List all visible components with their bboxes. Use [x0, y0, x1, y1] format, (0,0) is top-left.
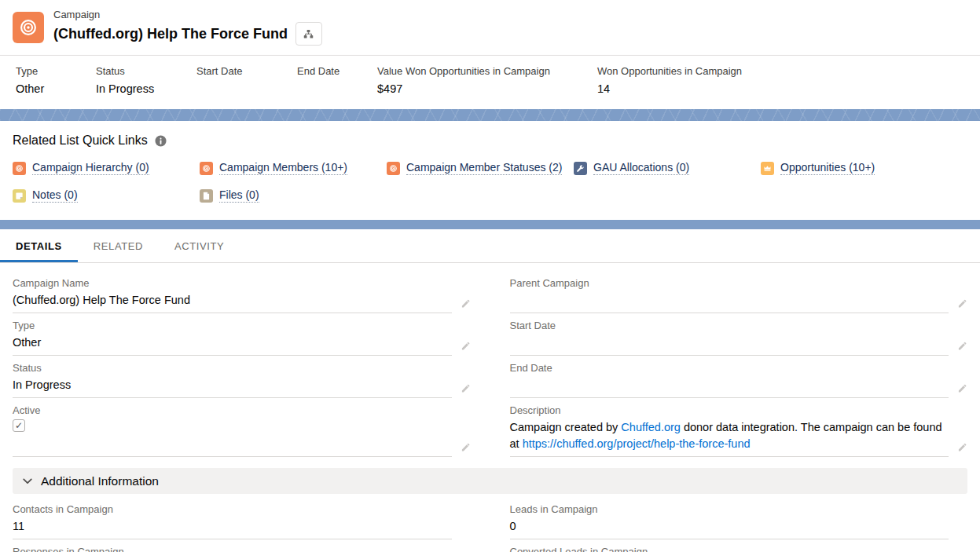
edit-start-date-button[interactable]: [949, 313, 967, 356]
field-label: Status: [13, 362, 452, 374]
background-band: [0, 109, 980, 121]
field-label: Description: [510, 404, 949, 416]
highlight-label: Type: [16, 65, 96, 77]
description-link[interactable]: https://chuffed.org/project/help-the-for…: [523, 437, 751, 450]
field-value: [510, 377, 949, 392]
details-form: Campaign Name(Chuffed.org) Help The Forc…: [0, 263, 980, 457]
highlight-start-date: Start Date: [196, 65, 297, 97]
related-list-quick-links-card: Related List Quick Links Campaign Hierar…: [0, 121, 980, 220]
tab-related[interactable]: RELATED: [78, 229, 159, 262]
quick-links-grid: Campaign Hierarchy (0)Campaign Members (…: [13, 161, 967, 203]
edit-campaign-name-button[interactable]: [452, 271, 471, 313]
note-icon: [13, 189, 26, 203]
quick-link-label: Campaign Hierarchy (0): [32, 161, 149, 175]
files-link[interactable]: Files (0): [200, 188, 259, 203]
field-main: Start Date: [510, 313, 949, 356]
quick-link-label: Notes (0): [32, 188, 78, 203]
highlight-label: Status: [96, 65, 196, 77]
edit-status-button[interactable]: [452, 356, 471, 398]
edit-parent-campaign-button[interactable]: [949, 271, 967, 313]
edit-active-button[interactable]: [452, 398, 471, 457]
field-label: Campaign Name: [13, 277, 452, 289]
campaign-hierarchy-link[interactable]: Campaign Hierarchy (0): [13, 161, 149, 175]
field-spacer: [949, 539, 967, 552]
highlight-label: Won Opportunities in Campaign: [597, 65, 833, 77]
wrench-icon: [574, 162, 587, 175]
field-label: Active: [13, 404, 452, 416]
field-leads-in-campaign: Leads in Campaign0: [510, 497, 968, 539]
field-value: [510, 334, 949, 349]
highlights-panel: TypeOtherStatusIn ProgressStart DateEnd …: [0, 55, 980, 109]
field-spacer: [452, 539, 471, 552]
campaign-icon: [200, 162, 213, 175]
edit-end-date-button[interactable]: [949, 356, 967, 398]
quick-link-label: Campaign Member Statuses (2): [406, 161, 562, 175]
view-campaign-hierarchy-button[interactable]: [295, 22, 322, 46]
notes-link[interactable]: Notes (0): [13, 188, 78, 203]
details-card: DETAILSRELATEDACTIVITY Campaign Name(Chu…: [0, 229, 980, 552]
additional-information-section-header[interactable]: Additional Information: [13, 468, 967, 494]
campaign-icon: [13, 162, 26, 175]
description-link[interactable]: Chuffed.org: [621, 421, 681, 433]
field-main: Contacts in Campaign11: [13, 497, 452, 539]
field-main: End Date: [510, 356, 949, 398]
org-chart-icon: [303, 28, 314, 40]
field-value: [510, 292, 949, 307]
field-spacer: [452, 497, 471, 539]
field-main: TypeOther: [13, 313, 452, 356]
campaign-members-link[interactable]: Campaign Members (10+): [200, 161, 347, 175]
field-main: Converted Leads in Campaign0: [510, 539, 949, 552]
quick-link-label: Campaign Members (10+): [219, 161, 347, 175]
field-label: Start Date: [510, 320, 949, 331]
field-value: 0: [510, 518, 949, 535]
tab-details[interactable]: DETAILS: [0, 229, 78, 262]
tab-activity[interactable]: ACTIVITY: [159, 229, 240, 262]
field-label: Parent Campaign: [510, 277, 949, 289]
highlight-value: Other: [16, 82, 96, 97]
field-main: DescriptionCampaign created by Chuffed.o…: [510, 398, 949, 457]
field-spacer: [949, 497, 967, 539]
field-label: Contacts in Campaign: [13, 503, 452, 515]
gau-allocations-link[interactable]: GAU Allocations (0): [574, 161, 689, 175]
field-status: StatusIn Progress: [13, 356, 471, 398]
edit-type-button[interactable]: [452, 313, 471, 356]
field-label: Leads in Campaign: [510, 503, 949, 515]
highlight-value: 14: [597, 82, 833, 97]
highlight-end-date: End Date: [297, 65, 377, 97]
opportunities-link[interactable]: Opportunities (10+): [761, 161, 875, 175]
field-description: DescriptionCampaign created by Chuffed.o…: [510, 398, 968, 457]
additional-information-form: Contacts in Campaign11Leads in Campaign0…: [0, 494, 980, 552]
field-active: Active✓: [13, 398, 471, 457]
field-main: Active✓: [13, 398, 452, 457]
field-value: In Progress: [13, 377, 452, 393]
field-parent-campaign: Parent Campaign: [510, 271, 968, 313]
field-main: StatusIn Progress: [13, 356, 452, 398]
quick-link-label: Opportunities (10+): [780, 161, 875, 175]
tab-bar: DETAILSRELATEDACTIVITY: [0, 229, 980, 263]
field-value: 11: [13, 518, 452, 535]
file-icon: [200, 189, 213, 203]
quick-link-label: GAU Allocations (0): [593, 161, 689, 175]
field-value: (Chuffed.org) Help The Force Fund: [13, 292, 452, 309]
field-main: Parent Campaign: [510, 271, 949, 313]
highlight-value: In Progress: [96, 82, 196, 97]
field-value: ✓: [13, 419, 452, 434]
quick-links-title: Related List Quick Links: [13, 133, 148, 148]
description-text: Campaign created by: [510, 421, 622, 433]
record-header: Campaign (Chuffed.org) Help The Force Fu…: [0, 0, 980, 55]
chevron-down-icon: [22, 476, 33, 487]
campaign-icon: [13, 12, 44, 43]
info-icon[interactable]: [155, 135, 167, 147]
highlight-type: TypeOther: [16, 65, 96, 97]
highlight-value-won-opportunities: Value Won Opportunities in Campaign$497: [377, 65, 597, 97]
section-title: Additional Information: [41, 474, 159, 488]
field-label: End Date: [510, 362, 949, 374]
quick-link-label: Files (0): [219, 188, 259, 203]
highlight-won-opportunities: Won Opportunities in Campaign14: [597, 65, 833, 97]
campaign-member-statuses-link[interactable]: Campaign Member Statuses (2): [387, 161, 562, 175]
field-value: Campaign created by Chuffed.org donor da…: [510, 419, 949, 452]
opportunity-icon: [761, 162, 774, 175]
field-main: Leads in Campaign0: [510, 497, 949, 539]
active-checkbox[interactable]: ✓: [13, 419, 25, 432]
edit-description-button[interactable]: [949, 398, 967, 457]
